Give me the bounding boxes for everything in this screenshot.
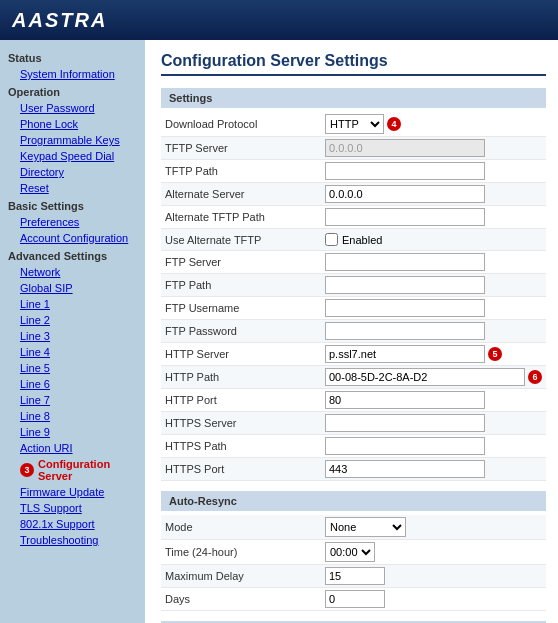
select-mode[interactable]: None Periodically Time of Day (325, 517, 406, 537)
sidebar-item-line8[interactable]: Line 8 (0, 408, 145, 424)
sidebar-item-phone-lock[interactable]: Phone Lock (0, 116, 145, 132)
badge-4: 4 (387, 117, 401, 131)
row-https-path: HTTPS Path (161, 435, 546, 458)
sidebar-item-reset[interactable]: Reset (0, 180, 145, 196)
sidebar-item-global-sip[interactable]: Global SIP (0, 280, 145, 296)
input-alternate-server[interactable] (325, 185, 485, 203)
sidebar-item-directory[interactable]: Directory (0, 164, 145, 180)
row-ftp-server: FTP Server (161, 251, 546, 274)
row-ftp-username: FTP Username (161, 297, 546, 320)
label-mode: Mode (165, 521, 325, 533)
checkbox-enabled-label: Enabled (342, 234, 382, 246)
input-http-path[interactable] (325, 368, 525, 386)
sidebar-item-troubleshooting[interactable]: Troubleshooting (0, 532, 145, 548)
sidebar-item-action-uri[interactable]: Action URI (0, 440, 145, 456)
badge-5: 5 (488, 347, 502, 361)
row-https-server: HTTPS Server (161, 412, 546, 435)
input-alternate-tftp-path[interactable] (325, 208, 485, 226)
label-ftp-password: FTP Password (165, 325, 325, 337)
row-time: Time (24-hour) 00:00 (161, 540, 546, 565)
label-https-path: HTTPS Path (165, 440, 325, 452)
sidebar-section-basic-settings: Basic Settings (0, 196, 145, 214)
label-http-server: HTTP Server (165, 348, 325, 360)
badge-3: 3 (20, 463, 34, 477)
sidebar-item-network[interactable]: Network (0, 264, 145, 280)
sidebar-item-configuration-server[interactable]: 3 Configuration Server (0, 456, 145, 484)
input-days[interactable] (325, 590, 385, 608)
sidebar-item-keypad-speed-dial[interactable]: Keypad Speed Dial (0, 148, 145, 164)
page-title: Configuration Server Settings (161, 52, 546, 76)
row-ftp-password: FTP Password (161, 320, 546, 343)
label-https-server: HTTPS Server (165, 417, 325, 429)
sidebar-item-preferences[interactable]: Preferences (0, 214, 145, 230)
label-time: Time (24-hour) (165, 546, 325, 558)
sidebar-section-status: Status (0, 48, 145, 66)
sidebar-item-line4[interactable]: Line 4 (0, 344, 145, 360)
autoresync-section-header: Auto-Resync (161, 491, 546, 511)
label-ftp-server: FTP Server (165, 256, 325, 268)
row-maximum-delay: Maximum Delay (161, 565, 546, 588)
label-tftp-path: TFTP Path (165, 165, 325, 177)
row-mode: Mode None Periodically Time of Day (161, 515, 546, 540)
label-http-path: HTTP Path (165, 371, 325, 383)
row-days: Days (161, 588, 546, 611)
input-http-port[interactable] (325, 391, 485, 409)
label-ftp-username: FTP Username (165, 302, 325, 314)
label-use-alternate-tftp: Use Alternate TFTP (165, 234, 325, 246)
label-maximum-delay: Maximum Delay (165, 570, 325, 582)
label-alternate-tftp-path: Alternate TFTP Path (165, 211, 325, 223)
sidebar-item-line2[interactable]: Line 2 (0, 312, 145, 328)
label-http-port: HTTP Port (165, 394, 325, 406)
row-http-port: HTTP Port (161, 389, 546, 412)
row-tftp-server: TFTP Server (161, 137, 546, 160)
input-ftp-path[interactable] (325, 276, 485, 294)
label-alternate-server: Alternate Server (165, 188, 325, 200)
input-maximum-delay[interactable] (325, 567, 385, 585)
label-tftp-server: TFTP Server (165, 142, 325, 154)
sidebar-item-line9[interactable]: Line 9 (0, 424, 145, 440)
sidebar-item-line1[interactable]: Line 1 (0, 296, 145, 312)
row-http-path: HTTP Path 6 (161, 366, 546, 389)
row-use-alternate-tftp: Use Alternate TFTP Enabled (161, 229, 546, 251)
row-tftp-path: TFTP Path (161, 160, 546, 183)
main-content: Configuration Server Settings Settings D… (145, 40, 558, 623)
sidebar-item-user-password[interactable]: User Password (0, 100, 145, 116)
row-download-protocol: Download Protocol HTTP TFTP FTP HTTPS 4 (161, 112, 546, 137)
sidebar-item-firmware-update[interactable]: Firmware Update (0, 484, 145, 500)
input-https-server[interactable] (325, 414, 485, 432)
sidebar-section-advanced-settings: Advanced Settings (0, 246, 145, 264)
select-download-protocol[interactable]: HTTP TFTP FTP HTTPS (325, 114, 384, 134)
input-tftp-path[interactable] (325, 162, 485, 180)
sidebar-item-8021x-support[interactable]: 802.1x Support (0, 516, 145, 532)
sidebar-section-operation: Operation (0, 82, 145, 100)
label-download-protocol: Download Protocol (165, 118, 325, 130)
header: AASTRA (0, 0, 558, 40)
sidebar-item-line5[interactable]: Line 5 (0, 360, 145, 376)
input-tftp-server[interactable] (325, 139, 485, 157)
row-alternate-tftp-path: Alternate TFTP Path (161, 206, 546, 229)
badge-6: 6 (528, 370, 542, 384)
sidebar-item-line6[interactable]: Line 6 (0, 376, 145, 392)
select-time[interactable]: 00:00 (325, 542, 375, 562)
input-https-port[interactable] (325, 460, 485, 478)
label-days: Days (165, 593, 325, 605)
input-https-path[interactable] (325, 437, 485, 455)
label-ftp-path: FTP Path (165, 279, 325, 291)
label-https-port: HTTPS Port (165, 463, 325, 475)
row-ftp-path: FTP Path (161, 274, 546, 297)
input-ftp-password[interactable] (325, 322, 485, 340)
sidebar-item-programmable-keys[interactable]: Programmable Keys (0, 132, 145, 148)
input-ftp-username[interactable] (325, 299, 485, 317)
input-ftp-server[interactable] (325, 253, 485, 271)
row-alternate-server: Alternate Server (161, 183, 546, 206)
sidebar-item-line3[interactable]: Line 3 (0, 328, 145, 344)
sidebar: Status System Information Operation User… (0, 40, 145, 623)
sidebar-item-account-configuration[interactable]: Account Configuration (0, 230, 145, 246)
input-http-server[interactable] (325, 345, 485, 363)
sidebar-item-system-information[interactable]: System Information (0, 66, 145, 82)
row-http-server: HTTP Server 5 (161, 343, 546, 366)
sidebar-item-tls-support[interactable]: TLS Support (0, 500, 145, 516)
checkbox-use-alternate-tftp[interactable] (325, 233, 338, 246)
sidebar-item-line7[interactable]: Line 7 (0, 392, 145, 408)
settings-section-header: Settings (161, 88, 546, 108)
